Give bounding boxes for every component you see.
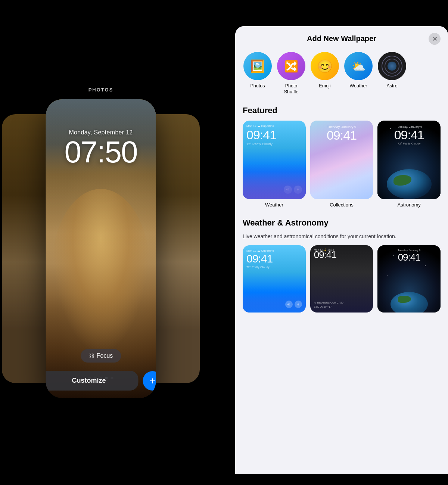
collections-preview: Tuesday, January 9 09:41: [310, 121, 373, 199]
earth-land: [393, 175, 411, 186]
focus-button[interactable]: ⛓ Focus: [81, 349, 121, 363]
phone-main: Monday, September 12 07:50 ⛓ Focus Custo…: [46, 99, 156, 398]
photos-icon: 🖼️: [243, 52, 272, 80]
photos-label: PHOTOS: [88, 87, 113, 93]
collections-content: Tuesday, January 9 09:41: [310, 125, 373, 142]
astro-time: 09:41: [377, 128, 441, 141]
weather-time: 09:41: [246, 128, 302, 141]
star-1: [390, 128, 391, 129]
close-button[interactable]: ✕: [429, 33, 441, 45]
wallpaper-astronomy[interactable]: Tuesday, January 9 09:41 72° Partly Clou…: [377, 121, 441, 208]
left-section: PHOTOS Monday, September 12 07:50 ⛓: [0, 0, 202, 485]
emoji-label: Emoji: [319, 83, 330, 89]
customize-button[interactable]: Customize: [46, 371, 139, 391]
weather-icon: ⛅: [344, 52, 373, 80]
wc-dark-widget-line1: N_REUTERS CUR 07:50: [314, 301, 370, 305]
weather-card-dark[interactable]: 09:41 Mon 12 🌙 19:32 N_REUTERS CUR 07:50…: [310, 245, 373, 313]
wc-blue-gradient: [243, 286, 306, 313]
weather-grid: Mon 12 ☁ Cupertino 09:41 72° Partly Clou…: [243, 245, 441, 313]
wc-blue-small: Mon 12 ☁ Cupertino: [246, 249, 302, 252]
category-row: 🖼️ Photos 🔀 PhotoShuffle 😊 Emoji ⛅ Weath…: [235, 49, 448, 101]
focus-label: Focus: [97, 352, 113, 359]
weather-astro-subtitle: Live weather and astronomical conditions…: [243, 233, 441, 240]
weather-preview: Mon 12 ☁ Cupertino 09:41 72° Partly Clou…: [243, 121, 306, 199]
space-star-2: [425, 265, 426, 266]
weather-astro-title: Weather & Astronomy: [243, 218, 441, 228]
space-star-1: [393, 255, 394, 256]
category-photos[interactable]: 🖼️ Photos: [243, 52, 273, 95]
emoji-icon: 😊: [311, 52, 339, 80]
shuffle-icon: 🔀: [277, 52, 305, 80]
wallpaper-collections[interactable]: Tuesday, January 9 09:41 Collections: [310, 121, 373, 208]
category-weather[interactable]: ⛅ Weather: [343, 52, 373, 95]
weather-icon-glyph: ⛅: [352, 60, 365, 73]
weather-card-space[interactable]: Tuesday, January 9 09:41: [377, 245, 441, 313]
wc-space-small: Tuesday, January 9: [377, 249, 441, 252]
earth-globe: [387, 169, 432, 199]
astronomy-icon: [378, 52, 406, 80]
category-photo-shuffle[interactable]: 🔀 PhotoShuffle: [276, 52, 306, 95]
badge-42-small: 42: [285, 301, 293, 308]
wallpaper-weather[interactable]: Mon 12 ☁ Cupertino 09:41 72° Partly Clou…: [243, 121, 306, 208]
weather-card-label: Weather: [243, 202, 306, 208]
phone-time: 07:50: [46, 137, 156, 167]
emoji-icon-glyph: 😊: [317, 59, 333, 74]
collections-time: 09:41: [310, 129, 373, 142]
panel-scroll[interactable]: Featured Mon 12 ☁ Cupertino 09:41 72° Pa…: [235, 101, 448, 475]
weather-label-cat: Weather: [349, 83, 367, 89]
panel-header: Add New Wallpaper ✕: [235, 26, 448, 49]
category-astronomy[interactable]: Astro: [377, 52, 407, 95]
wc-dark-widgets: N_REUTERS CUR 07:50 SYD 00:50 +17: [314, 301, 370, 309]
badge-6-small: 6: [295, 301, 302, 308]
astronomy-label: Astro: [386, 83, 397, 89]
featured-title: Featured: [243, 106, 441, 115]
weather-temp: 72° Partly Cloudy: [246, 142, 302, 146]
wc-blue-badges: 42 6: [285, 301, 302, 308]
featured-grid: Mon 12 ☁ Cupertino 09:41 72° Partly Clou…: [243, 121, 441, 208]
astronomy-preview: Tuesday, January 9 09:41 72° Partly Clou…: [377, 121, 441, 199]
wc-space-time: 09:41: [377, 252, 441, 263]
weather-card-blue[interactable]: Mon 12 ☁ Cupertino 09:41 72° Partly Clou…: [243, 245, 306, 313]
phone-wrapper: Monday, September 12 07:50 ⛓ Focus Custo…: [32, 99, 170, 398]
category-emoji[interactable]: 😊 Emoji: [310, 52, 340, 95]
shuffle-icon-glyph: 🔀: [284, 60, 298, 73]
wc-blue-time: 09:41: [246, 252, 302, 265]
panel-title: Add New Wallpaper: [307, 34, 376, 43]
focus-icon: ⛓: [89, 353, 94, 359]
astronomy-card-label: Astronomy: [377, 202, 441, 208]
wc-dark-small: Mon 12 🌙 19:32: [314, 248, 334, 251]
right-panel: Add New Wallpaper ✕ 🖼️ Photos 🔀 PhotoShu…: [235, 26, 448, 474]
photos-icon-glyph: 🖼️: [250, 59, 265, 73]
wc-earth-land: [398, 296, 411, 303]
astro-rings: [382, 56, 402, 77]
add-wallpaper-button[interactable]: +: [143, 371, 156, 391]
wc-space-content: Tuesday, January 9 09:41: [377, 249, 441, 263]
bottom-bar: Customize +: [46, 364, 156, 398]
wc-blue-temp: 72° Partly Cloudy: [246, 265, 302, 269]
weather-bottom-grad: [243, 164, 306, 199]
astro-wp-content: Tuesday, January 9 09:41 72° Partly Clou…: [377, 125, 441, 145]
star-3: [403, 148, 403, 148]
photos-label-cat: Photos: [251, 83, 265, 89]
astro-sub: 72° Partly Cloudy: [377, 142, 441, 145]
wc-dark-widget-line2: SYD 00:50 +17: [314, 305, 370, 309]
collections-card-label: Collections: [310, 202, 373, 208]
space-star-3: [387, 276, 388, 276]
weather-small-text: Mon 12 ☁ Cupertino: [246, 124, 302, 128]
shuffle-label: PhotoShuffle: [284, 83, 299, 95]
